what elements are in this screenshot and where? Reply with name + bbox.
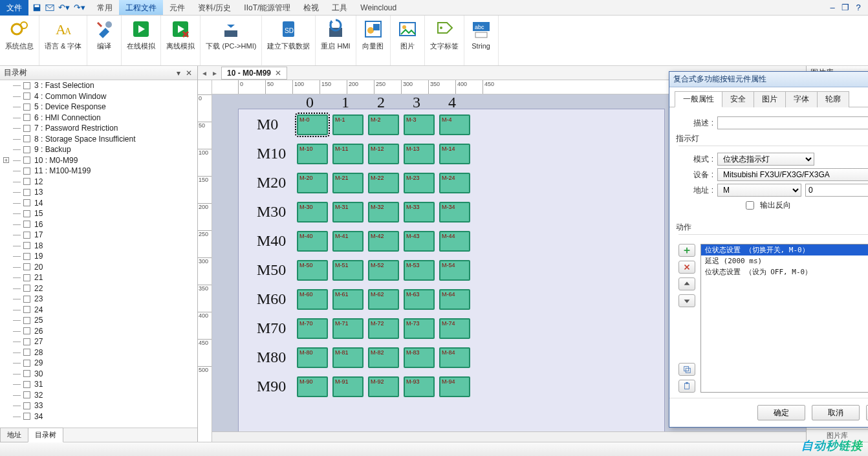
save-icon[interactable] <box>32 3 41 12</box>
dialog-tab[interactable]: 字体 <box>785 91 818 107</box>
grid-button[interactable]: M-53 <box>404 260 435 281</box>
dialog-tab[interactable]: 一般属性 <box>675 91 722 107</box>
tree-item[interactable]: —30 <box>0 369 197 380</box>
redo-icon[interactable]: ↷▾ <box>74 3 85 12</box>
tree[interactable]: —3 : Fast Selection—4 : Common Window—5 … <box>0 80 197 428</box>
grid-button[interactable]: M-14 <box>439 144 470 164</box>
dialog-tab[interactable]: 轮廓 <box>817 91 849 107</box>
cancel-button[interactable]: 取消 <box>812 405 860 420</box>
ribbon-aa[interactable]: AA语言 & 字体 <box>39 16 87 65</box>
tree-item[interactable]: —6 : HMI Connection <box>0 113 197 124</box>
tree-item[interactable]: —13 <box>0 187 197 198</box>
help-icon[interactable]: ? <box>854 3 863 12</box>
dialog-titlebar[interactable]: 复合式多功能按钮元件属性 ✕ <box>669 72 868 87</box>
grid-button[interactable]: M-84 <box>439 347 470 368</box>
minimize-icon[interactable]: – <box>828 3 837 12</box>
tree-item[interactable]: —5 : Device Response <box>0 102 197 113</box>
close-tab-icon[interactable]: ✕ <box>275 69 281 78</box>
grid-button[interactable]: M-31 <box>332 202 363 223</box>
ribbon-gears[interactable]: 系统信息 <box>0 16 39 65</box>
tree-item[interactable]: —19 <box>0 251 197 262</box>
tree-item[interactable]: —16 <box>0 219 197 230</box>
action-row[interactable]: 位状态设置 （设为 OFF, M-0） <box>701 266 868 277</box>
grid-button[interactable]: M-4 <box>439 114 470 135</box>
tree-item[interactable]: —23 <box>0 294 197 305</box>
grid-button[interactable]: M-22 <box>368 173 399 193</box>
tab-prev-icon[interactable]: ◂ <box>199 68 210 78</box>
grid-button[interactable]: M-34 <box>439 202 470 223</box>
tree-item[interactable]: —34 <box>0 411 197 422</box>
grid-button[interactable]: M-64 <box>439 289 470 310</box>
dialog-tab[interactable]: 安全 <box>722 91 754 107</box>
action-down-icon[interactable] <box>678 294 695 307</box>
menu-common[interactable]: 常用 <box>91 0 119 15</box>
mail-icon[interactable] <box>45 3 54 12</box>
grid-button[interactable]: M-44 <box>439 231 470 252</box>
grid-button[interactable]: M-63 <box>404 289 435 310</box>
ribbon-play-x[interactable]: 离线模拟 <box>161 16 201 65</box>
ok-button[interactable]: 确定 <box>757 405 805 420</box>
menu-view[interactable]: 检视 <box>297 0 325 15</box>
grid-button[interactable]: M-10 <box>297 144 328 164</box>
action-up-icon[interactable] <box>678 277 695 290</box>
addr-type-select[interactable]: M <box>717 184 801 197</box>
grid-button[interactable]: M-61 <box>332 289 363 310</box>
grid-button[interactable]: M-11 <box>332 144 363 164</box>
grid-button[interactable]: M-1 <box>332 114 363 135</box>
tree-item[interactable]: —29 <box>0 358 197 369</box>
ribbon-tag[interactable]: 文字标签 <box>425 16 464 65</box>
ribbon-vector[interactable]: 向量图 <box>356 16 391 65</box>
tree-item[interactable]: —22 <box>0 283 197 294</box>
tree-item[interactable]: —25 <box>0 315 197 326</box>
tree-item[interactable]: —3 : Fast Selection <box>0 80 197 91</box>
tree-item[interactable]: —17 <box>0 230 197 241</box>
tree-item[interactable]: —11 : M100-M199 <box>0 166 197 177</box>
action-copy-icon[interactable] <box>678 363 695 376</box>
tree-item[interactable]: —8 : Storage Space Insufficient <box>0 134 197 145</box>
restore-icon[interactable]: ❐ <box>841 3 850 12</box>
ribbon-sd[interactable]: SD建立下载数据 <box>262 16 316 65</box>
menu-data[interactable]: 资料/历史 <box>191 0 237 15</box>
menu-project[interactable]: 工程文件 <box>119 0 163 15</box>
tree-item[interactable]: —26 <box>0 326 197 337</box>
device-select[interactable]: Mitsubishi FX3U/FX3G/FX3GA <box>717 168 868 181</box>
grid-button[interactable]: M-24 <box>439 173 470 193</box>
tab-tree[interactable]: 目录树 <box>28 428 63 442</box>
close-icon[interactable]: ✕ <box>184 69 193 78</box>
action-paste-icon[interactable] <box>678 380 695 393</box>
dialog-tab[interactable]: 图片 <box>754 91 786 107</box>
grid-button[interactable]: M-3 <box>404 114 435 135</box>
tree-item[interactable]: —14 <box>0 198 197 209</box>
grid-button[interactable]: M-41 <box>332 231 363 252</box>
tree-item[interactable]: —12 <box>0 177 197 188</box>
tree-item[interactable]: —21 <box>0 272 197 283</box>
grid-button[interactable]: M-62 <box>368 289 399 310</box>
menu-iiot[interactable]: IIoT/能源管理 <box>237 0 297 15</box>
grid-button[interactable]: M-71 <box>332 318 363 339</box>
ribbon-reboot[interactable]: 重启 HMI <box>316 16 356 65</box>
grid-button[interactable]: M-50 <box>297 260 328 281</box>
addr-value-input[interactable] <box>805 184 868 197</box>
menu-weincloud[interactable]: Weincloud <box>354 0 403 15</box>
grid-button[interactable]: M-60 <box>297 289 328 310</box>
ribbon-play[interactable]: 在线模拟 <box>122 16 161 65</box>
file-menu[interactable]: 文件 <box>0 0 28 16</box>
tree-item[interactable]: —27 <box>0 336 197 347</box>
expand-icon[interactable]: + <box>3 157 9 163</box>
grid-button[interactable]: M-21 <box>332 173 363 193</box>
grid-button[interactable]: M-70 <box>297 318 328 339</box>
ribbon-wrench[interactable]: 编译 <box>87 16 122 65</box>
tree-item[interactable]: —28 <box>0 347 197 358</box>
mode-select[interactable]: 位状态指示灯 <box>717 153 814 166</box>
action-row[interactable]: 位状态设置 （切换开关, M-0） <box>701 244 868 255</box>
tree-item[interactable]: —24 <box>0 305 197 316</box>
grid-button[interactable]: M-83 <box>404 347 435 368</box>
menu-tools[interactable]: 工具 <box>325 0 354 15</box>
grid-button[interactable]: M-93 <box>404 376 435 397</box>
grid-button[interactable]: M-12 <box>368 144 399 164</box>
grid-button[interactable]: M-92 <box>368 376 399 397</box>
tree-item[interactable]: —15 <box>0 208 197 219</box>
invert-checkbox[interactable] <box>746 201 754 210</box>
ribbon-picture[interactable]: 图片 <box>391 16 425 65</box>
tree-item[interactable]: —20 <box>0 262 197 273</box>
